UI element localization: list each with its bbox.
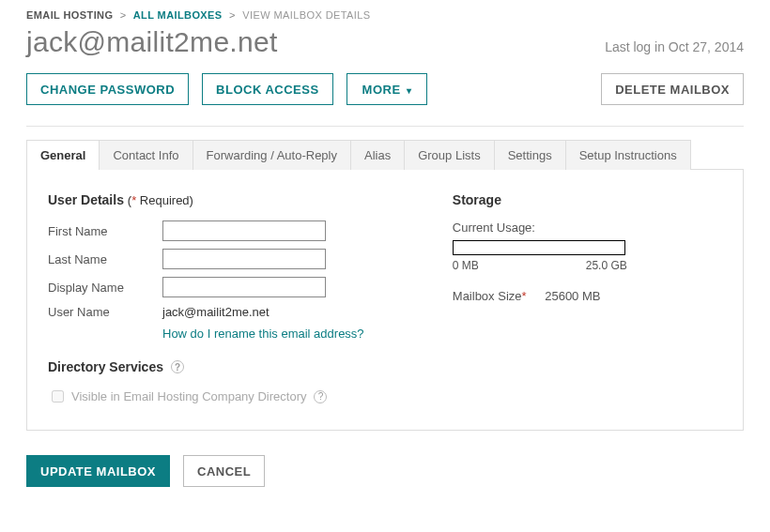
last-login-label: Last log in Oct 27, 2014: [605, 39, 744, 54]
first-name-input[interactable]: [162, 220, 326, 241]
first-name-label: First Name: [48, 224, 162, 238]
visible-in-directory-label: Visible in Email Hosting Company Directo…: [71, 389, 306, 403]
user-name-label: User Name: [48, 305, 162, 319]
action-bar: Change Password Block Access More ▾ Dele…: [26, 73, 744, 105]
tab-group-lists[interactable]: Group Lists: [404, 140, 494, 170]
divider: [26, 126, 744, 127]
usage-max-scale: 25.0 GB: [586, 259, 627, 272]
chevron-right-icon: >: [229, 9, 236, 21]
breadcrumb-root: EMAIL HOSTING: [26, 9, 113, 21]
usage-min-scale: 0 MB: [453, 259, 479, 272]
panel-general: User Details (* Required) First Name Las…: [26, 169, 744, 431]
tab-forwarding-autoreply[interactable]: Forwarding / Auto-Reply: [192, 140, 351, 170]
rename-email-link[interactable]: How do I rename this email address?: [162, 327, 364, 341]
user-details-heading-text: User Details: [48, 192, 124, 207]
update-mailbox-button[interactable]: Update Mailbox: [26, 455, 170, 487]
last-name-input[interactable]: [162, 249, 326, 269]
required-asterisk: *: [522, 289, 527, 303]
mailbox-size-value: 25600 MB: [545, 289, 600, 303]
delete-mailbox-button[interactable]: Delete Mailbox: [601, 73, 744, 105]
usage-bar: [453, 240, 625, 255]
directory-services-heading: Directory Services ?: [48, 359, 722, 374]
display-name-label: Display Name: [48, 281, 162, 295]
block-access-button[interactable]: Block Access: [202, 73, 333, 105]
tab-general[interactable]: General: [26, 140, 100, 170]
help-icon[interactable]: ?: [314, 390, 327, 403]
tab-settings[interactable]: Settings: [494, 140, 566, 170]
tab-contact-info[interactable]: Contact Info: [99, 140, 192, 170]
breadcrumb: EMAIL HOSTING > ALL MAILBOXES > VIEW MAI…: [26, 9, 744, 21]
tab-setup-instructions[interactable]: Setup Instructions: [565, 140, 691, 170]
page-title: jack@mailit2me.net: [26, 26, 278, 58]
visible-in-directory-checkbox[interactable]: [52, 390, 64, 403]
last-name-label: Last Name: [48, 252, 162, 266]
chevron-right-icon: >: [120, 9, 127, 21]
help-icon[interactable]: ?: [171, 360, 184, 373]
user-name-value: jack@mailit2me.net: [162, 305, 270, 319]
more-button-label: More: [362, 83, 401, 97]
display-name-input[interactable]: [162, 277, 326, 297]
tab-bar: General Contact Info Forwarding / Auto-R…: [26, 140, 744, 170]
footer-actions: Update Mailbox Cancel: [26, 455, 744, 487]
mailbox-size-label: Mailbox Size: [453, 289, 522, 303]
storage-heading: Storage: [453, 192, 722, 207]
tab-alias[interactable]: Alias: [350, 140, 405, 170]
breadcrumb-current: VIEW MAILBOX DETAILS: [242, 9, 370, 21]
user-details-heading: User Details (* Required): [48, 192, 453, 207]
cancel-button[interactable]: Cancel: [183, 455, 265, 487]
breadcrumb-all-mailboxes[interactable]: ALL MAILBOXES: [133, 9, 223, 21]
directory-heading-text: Directory Services: [48, 359, 163, 374]
more-button[interactable]: More ▾: [346, 73, 428, 105]
current-usage-label: Current Usage:: [453, 220, 722, 235]
change-password-button[interactable]: Change Password: [26, 73, 189, 105]
required-note-suffix: Required): [136, 193, 193, 207]
chevron-down-icon: ▾: [407, 85, 412, 96]
